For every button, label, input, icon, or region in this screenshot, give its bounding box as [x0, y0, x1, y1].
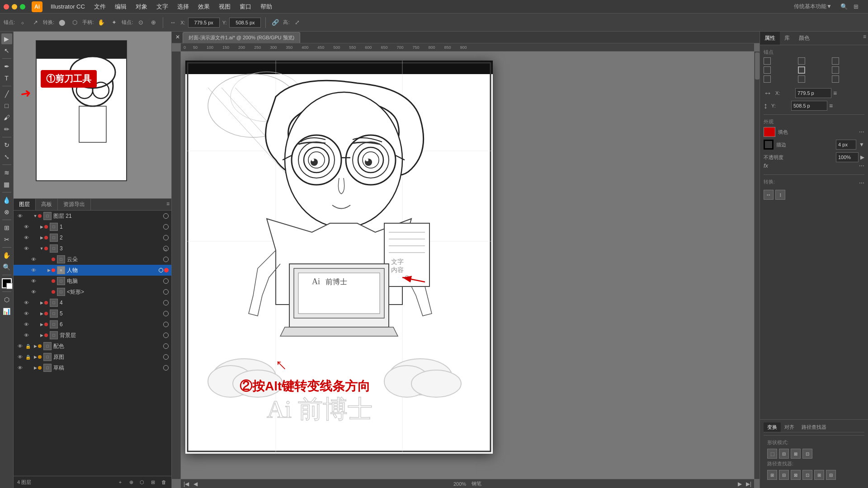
- fx-options-icon[interactable]: ⋯: [859, 163, 864, 169]
- stroke-width-input[interactable]: [836, 140, 856, 150]
- layer-row[interactable]: 👁 ▶ □ 草稿: [14, 362, 171, 373]
- rotate-tool[interactable]: ↻: [1, 140, 12, 150]
- close-file-icon[interactable]: ✕: [175, 34, 183, 41]
- direct-selection-tool[interactable]: ↖: [1, 45, 12, 56]
- anchor-mc[interactable]: [798, 66, 805, 74]
- fx-button[interactable]: fx: [764, 162, 768, 169]
- tab-properties[interactable]: 属性: [760, 32, 780, 45]
- layer-lock-toggle[interactable]: 🔒: [24, 353, 32, 361]
- menu-item-edit[interactable]: 编辑: [111, 3, 130, 11]
- layer-row[interactable]: 👁 ▼ □ 3 ○: [14, 243, 171, 254]
- line-tool[interactable]: ╱: [1, 89, 12, 99]
- layers-menu-icon[interactable]: ≡: [165, 199, 171, 210]
- tab-high-board[interactable]: 高板: [36, 199, 58, 210]
- anchor-bl[interactable]: [764, 75, 771, 83]
- layer-lock-toggle[interactable]: [31, 332, 38, 339]
- move-to-layer-button[interactable]: ⬡: [138, 478, 146, 486]
- layer-visibility-toggle[interactable]: 👁: [23, 310, 30, 317]
- anchor-tc[interactable]: [798, 57, 805, 65]
- layer-row[interactable]: 👁 🔒 ▶ □ 配色: [14, 341, 171, 352]
- layer-lock-toggle[interactable]: [38, 267, 45, 274]
- layer-lock-toggle[interactable]: [31, 310, 38, 317]
- layer-visibility-toggle[interactable]: 👁: [23, 223, 30, 230]
- x-expand-icon[interactable]: ≡: [833, 89, 837, 97]
- tab-asset-export[interactable]: 资源导出: [58, 199, 91, 210]
- layer-visibility-toggle[interactable]: 👁: [30, 288, 37, 296]
- hand-tool-2[interactable]: ✦: [109, 18, 119, 28]
- crop-button[interactable]: ⊡: [802, 470, 812, 480]
- gradient-tool[interactable]: ▦: [1, 179, 12, 190]
- layer-expand-icon[interactable]: ▶: [39, 322, 44, 327]
- layer-lock-toggle[interactable]: [31, 321, 38, 328]
- layer-expand-icon[interactable]: ▶: [33, 354, 38, 360]
- fill-swatch[interactable]: [764, 127, 775, 137]
- merge-button[interactable]: ⊠: [791, 470, 801, 480]
- layer-row[interactable]: 👁 ▶ □ 5: [14, 308, 171, 319]
- slice-tool[interactable]: ✂: [1, 234, 12, 245]
- layer-row[interactable]: 👁 □ 电脑: [14, 276, 171, 286]
- y-input[interactable]: [229, 18, 261, 28]
- layer-lock-toggle[interactable]: [24, 364, 32, 371]
- fill-color-swatch[interactable]: [2, 278, 12, 288]
- layer-expand-icon[interactable]: ▶: [33, 365, 38, 371]
- toggle-panel-button[interactable]: ⊞: [149, 478, 157, 486]
- layer-lock-toggle[interactable]: [31, 234, 38, 241]
- layer-lock-toggle[interactable]: [38, 256, 45, 263]
- flip-h-button[interactable]: ↔: [764, 190, 774, 200]
- exclude-button[interactable]: ⊡: [802, 449, 812, 459]
- link-icon[interactable]: 🔗: [270, 18, 280, 28]
- arrange-icon[interactable]: ⊞: [851, 2, 861, 12]
- layer-visibility-toggle[interactable]: 👁: [23, 234, 30, 241]
- fill-options-icon[interactable]: ⋯: [859, 129, 864, 135]
- anchor-tool-2[interactable]: ↗: [30, 18, 40, 28]
- anchor-tr[interactable]: [832, 57, 839, 65]
- paintbrush-tool[interactable]: 🖌: [1, 112, 12, 123]
- tab-align-bottom[interactable]: 对齐: [781, 422, 798, 432]
- minimize-button[interactable]: [12, 4, 17, 9]
- layer-row[interactable]: 👁 ▼ □ 图层 21: [14, 211, 171, 221]
- layer-expand-icon[interactable]: ▼: [39, 246, 44, 251]
- scrollbar-horizontal[interactable]: |◀ ◀ 200% 钢笔 ▶ ▶|: [181, 479, 754, 488]
- resize-icon[interactable]: ⤢: [292, 18, 302, 28]
- scale-tool[interactable]: ⤡: [1, 151, 12, 162]
- layer-visibility-toggle[interactable]: 👁: [23, 245, 30, 252]
- new-layer-button[interactable]: +: [116, 478, 124, 486]
- canvas-viewport[interactable]: 文字 内容 Ai 前博士: [181, 52, 754, 479]
- menu-item-app[interactable]: Illustrator CC: [47, 3, 89, 10]
- selection-tool[interactable]: ▶: [1, 33, 12, 44]
- rect-tool[interactable]: □: [1, 100, 12, 111]
- opacity-input[interactable]: [836, 152, 859, 162]
- hand-tool-1[interactable]: ✋: [96, 18, 106, 28]
- layer-visibility-toggle[interactable]: 👁: [30, 277, 37, 285]
- layer-visibility-toggle[interactable]: 👁: [30, 256, 37, 263]
- intersect-button[interactable]: ⊠: [791, 449, 801, 459]
- layer-lock-toggle[interactable]: [31, 299, 38, 306]
- layer-visibility-toggle[interactable]: 👁: [16, 343, 24, 350]
- zoom-tool[interactable]: 🔍: [1, 262, 12, 272]
- layer-expand-icon[interactable]: [46, 289, 52, 295]
- fullscreen-button[interactable]: [20, 4, 25, 9]
- divide-button[interactable]: ⊞: [767, 470, 777, 480]
- symbol-spray-tool[interactable]: ⬡: [1, 294, 12, 305]
- blend-tool[interactable]: ⊗: [1, 206, 12, 217]
- scroll-thumb-vertical[interactable]: [755, 52, 760, 80]
- layer-lock-toggle[interactable]: [24, 212, 32, 220]
- y-coord-input[interactable]: [791, 101, 827, 111]
- x-input[interactable]: [188, 18, 220, 28]
- new-sublayer-button[interactable]: ⊕: [127, 478, 135, 486]
- layer-row[interactable]: 👁 ▶ □ 4: [14, 297, 171, 308]
- tab-transform-bottom[interactable]: 变换: [764, 422, 781, 432]
- menu-item-effect[interactable]: 效果: [194, 3, 213, 11]
- file-tab-item[interactable]: 封面-演示源文件1.ai* @ 200% (RGB/GPU 预览): [183, 32, 300, 43]
- arrow-tool[interactable]: ↔: [168, 18, 178, 28]
- anchor-tool-1[interactable]: ⬦: [18, 18, 28, 28]
- next-frame-button[interactable]: ▶: [736, 480, 743, 488]
- type-tool[interactable]: T: [1, 73, 12, 84]
- artboard-tool[interactable]: ⊞: [1, 222, 12, 233]
- trim-button[interactable]: ⊟: [779, 470, 789, 480]
- layer-visibility-toggle[interactable]: 👁: [23, 332, 30, 339]
- minus-back-button[interactable]: ⊟: [826, 470, 836, 480]
- layer-row[interactable]: 👁 ▶ □ 背景层: [14, 330, 171, 341]
- play-prev-button[interactable]: |◀: [183, 480, 190, 488]
- layer-expand-icon[interactable]: ▼: [33, 213, 38, 219]
